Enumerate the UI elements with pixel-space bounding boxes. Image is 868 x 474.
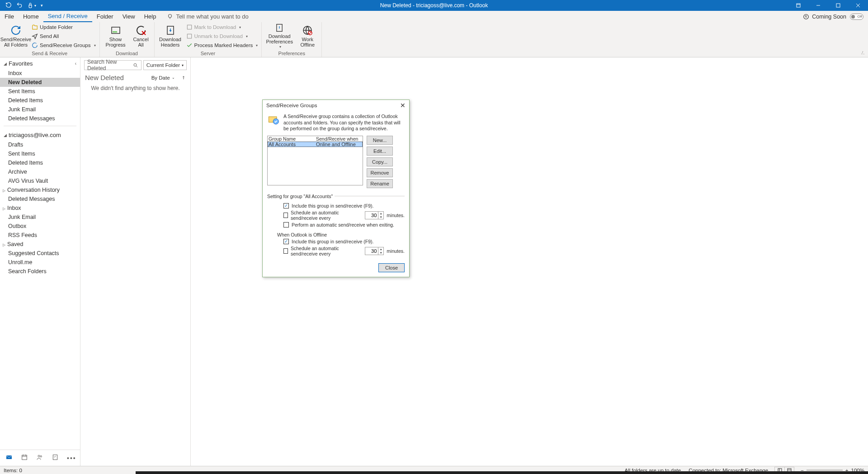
touch-mode-icon[interactable]: ▾ [27, 2, 36, 9]
send-all-button[interactable]: Send All [31, 32, 97, 40]
schedule-auto-checkbox[interactable] [283, 213, 288, 218]
sidebar-item-sent-items[interactable]: Sent Items [0, 87, 80, 96]
svg-rect-3 [836, 4, 840, 7]
sidebar-item-deleted-messages[interactable]: Deleted Messages [0, 114, 80, 123]
sidebar-item-archive[interactable]: Archive [0, 167, 80, 176]
sidebar-item-deleted-messages-2[interactable]: Deleted Messages [0, 194, 80, 204]
minimize-button[interactable] [808, 0, 828, 11]
calendar-icon[interactable] [21, 454, 28, 463]
mail-icon[interactable] [5, 454, 13, 463]
unmark-to-download-button: Unmark to Download [185, 32, 259, 40]
sidebar-item-junk-email-2[interactable]: Junk Email [0, 213, 80, 222]
ribbon-tabs: File Home Send / Receive Folder View Hel… [0, 11, 868, 22]
auto-on-exit-checkbox[interactable] [283, 222, 289, 228]
update-folder-button[interactable]: Update Folder [31, 23, 97, 31]
svg-rect-0 [797, 4, 800, 7]
sidebar-item-sent-items-2[interactable]: Sent Items [0, 149, 80, 158]
dialog-intro: A Send/Receive group contains a collecti… [283, 114, 405, 132]
sidebar-item-suggested[interactable]: Suggested Contacts [0, 249, 80, 258]
rename-group-button[interactable]: Rename [367, 179, 393, 188]
sidebar-item-deleted-items-2[interactable]: Deleted Items [0, 158, 80, 167]
folder-title: New Deleted [85, 74, 151, 81]
groups-listbox[interactable]: Group NameSend/Receive when All Accounts… [267, 136, 363, 185]
search-input[interactable]: Search New Deleted [84, 60, 142, 70]
include-group-offline-checkbox[interactable]: ✓ [283, 239, 289, 244]
qat-customize-icon[interactable]: ▾ [41, 3, 43, 8]
interval-spinner-offline[interactable]: ▲▼ [365, 247, 384, 255]
search-scope-dropdown[interactable]: Current Folder▾ [143, 60, 187, 70]
sort-dropdown[interactable]: By Date⌄ [151, 75, 186, 81]
interval-spinner[interactable]: ▲▼ [365, 211, 384, 219]
nav-switcher: ••• [0, 450, 80, 466]
ribbon-group-send-receive: Send/Receive All Folders Update Folder S… [0, 22, 100, 57]
cancel-all-button[interactable]: Cancel All [131, 23, 151, 49]
sidebar-item-inbox-2[interactable]: ▷Inbox [0, 204, 80, 213]
tab-view[interactable]: View [118, 11, 140, 22]
dialog-close-button[interactable]: ✕ [400, 102, 406, 109]
sort-direction-icon[interactable] [181, 76, 186, 80]
ribbon-group-preferences: Download Preferences Work Offline Prefer… [262, 22, 322, 57]
close-button[interactable] [848, 0, 868, 11]
tab-send-receive[interactable]: Send / Receive [43, 11, 92, 22]
sidebar-item-avg[interactable]: AVG Virus Vault [0, 176, 80, 185]
tab-help[interactable]: Help [140, 11, 161, 22]
collapse-ribbon-icon[interactable]: ㄥ [861, 50, 865, 56]
sidebar-item-inbox[interactable]: Inbox [0, 69, 80, 78]
taskbar-sliver [136, 471, 868, 474]
sidebar-item-junk-email[interactable]: Junk Email [0, 105, 80, 114]
svg-rect-19 [6, 455, 12, 459]
new-group-button[interactable]: New... [367, 136, 393, 145]
svg-line-28 [136, 66, 137, 66]
tasks-icon[interactable] [52, 454, 59, 463]
ribbon-group-server: Download Headers Mark to Download Unmark… [155, 22, 262, 57]
coming-soon[interactable]: Coming Soon [803, 14, 846, 20]
ribbon-display-icon[interactable] [788, 0, 808, 11]
copy-group-button[interactable]: Copy... [367, 157, 393, 166]
group-row-all-accounts[interactable]: All AccountsOnline and Offline [268, 142, 363, 147]
sidebar-item-new-deleted[interactable]: New Deleted [0, 78, 80, 87]
send-receive-groups-dialog: Send/Receive Groups ✕ A Send/Receive gro… [262, 100, 410, 277]
work-offline-button[interactable]: Work Offline [296, 23, 319, 49]
include-group-checkbox[interactable]: ✓ [283, 203, 289, 209]
sidebar-item-outbox[interactable]: Outbox [0, 222, 80, 231]
people-icon[interactable] [36, 454, 43, 463]
close-button-dialog[interactable]: Close [378, 263, 405, 272]
account-header[interactable]: ◢triciagoss@live.com [0, 129, 80, 140]
sidebar-item-rss[interactable]: RSS Feeds [0, 231, 80, 240]
more-nav-icon[interactable]: ••• [67, 455, 76, 462]
sidebar-item-saved[interactable]: ▷Saved [0, 240, 80, 249]
ribbon-group-label: Preferences [278, 49, 305, 57]
empty-message: We didn't find anything to show here. [80, 82, 190, 94]
sidebar-item-conversation-history[interactable]: ▷Conversation History [0, 185, 80, 194]
refresh-icon[interactable] [5, 2, 12, 9]
svg-rect-20 [22, 455, 27, 460]
status-items: Items: 0 [4, 468, 22, 473]
maximize-button[interactable] [828, 0, 848, 11]
tab-file[interactable]: File [0, 11, 19, 22]
undo-icon[interactable] [16, 2, 23, 9]
download-preferences-button[interactable]: Download Preferences [264, 23, 294, 49]
favorites-header[interactable]: ◢Favorites‹ [0, 57, 80, 69]
svg-point-27 [134, 63, 137, 66]
send-receive-all-button[interactable]: Send/Receive All Folders [3, 23, 29, 49]
tab-home[interactable]: Home [19, 11, 43, 22]
coming-soon-toggle[interactable]: Off [850, 14, 863, 20]
show-progress-button[interactable]: Show Progress [103, 23, 129, 49]
schedule-auto-offline-checkbox[interactable] [283, 248, 288, 254]
download-headers-button[interactable]: Download Headers [157, 23, 184, 49]
ribbon-group-download: Show Progress Cancel All Download [100, 22, 155, 57]
process-marked-headers-button[interactable]: Process Marked Headers [185, 41, 259, 49]
sidebar-item-drafts[interactable]: Drafts [0, 140, 80, 149]
window-title: New Deleted - triciagoss@live.com - Outl… [380, 2, 488, 9]
tab-folder[interactable]: Folder [92, 11, 118, 22]
svg-rect-9 [113, 31, 117, 33]
dialog-title: Send/Receive Groups [266, 103, 317, 108]
send-receive-groups-button[interactable]: Send/Receive Groups [31, 41, 97, 49]
remove-group-button[interactable]: Remove [367, 168, 393, 177]
sidebar-item-unroll[interactable]: Unroll.me [0, 258, 80, 267]
edit-group-button[interactable]: Edit... [367, 147, 393, 156]
tell-me-search[interactable]: Tell me what you want to do [167, 13, 248, 20]
ribbon-group-label: Send & Receive [32, 49, 67, 57]
sidebar-item-search-folders[interactable]: Search Folders [0, 267, 80, 276]
sidebar-item-deleted-items[interactable]: Deleted Items [0, 96, 80, 105]
